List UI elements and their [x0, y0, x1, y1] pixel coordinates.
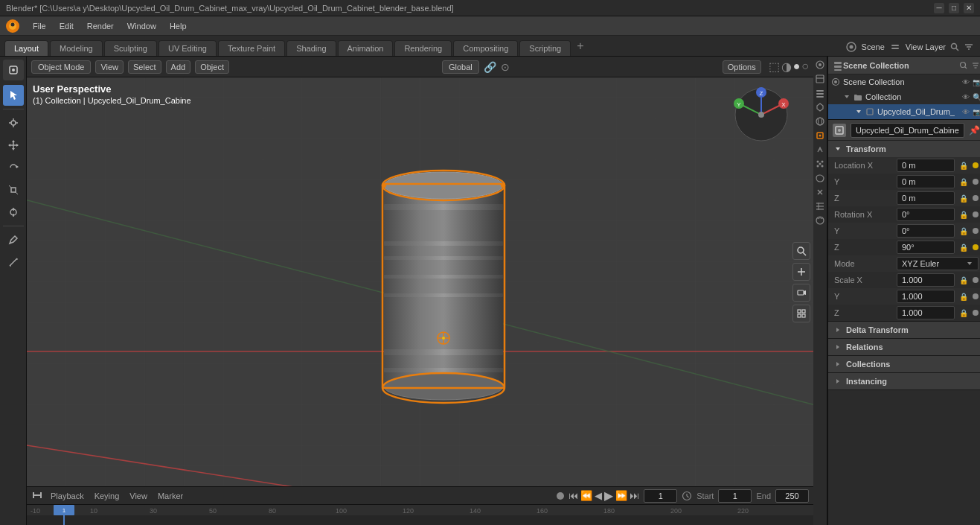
- snap-icon[interactable]: 🔗: [484, 61, 496, 73]
- location-z-lock[interactable]: 🔒: [959, 194, 968, 203]
- modifier-props-icon[interactable]: [813, 143, 827, 156]
- start-frame-input[interactable]: 1: [718, 489, 752, 503]
- select-tool-button[interactable]: [3, 85, 24, 106]
- playback-menu-button[interactable]: Playback: [48, 491, 87, 501]
- timeline-type-icon[interactable]: [31, 490, 43, 502]
- record-button[interactable]: [557, 492, 564, 500]
- pan-view-button[interactable]: [792, 263, 810, 281]
- zoom-to-fit-button[interactable]: [792, 242, 810, 260]
- step-forward-button[interactable]: ⏩: [615, 490, 627, 501]
- material-props-icon[interactable]: [813, 214, 827, 227]
- object-name-input[interactable]: Upcycled_Oil_Drum_Cabine: [851, 123, 964, 138]
- scale-x-dot[interactable]: [973, 277, 979, 283]
- tab-compositing[interactable]: Compositing: [453, 40, 518, 56]
- location-x-dot[interactable]: [973, 162, 979, 168]
- window-controls[interactable]: ─ □ ✕: [934, 3, 974, 13]
- location-y-lock[interactable]: 🔒: [959, 178, 968, 186]
- play-button[interactable]: ▶: [604, 489, 613, 503]
- outliner-search-icon[interactable]: [959, 61, 968, 70]
- coll-eye-icon[interactable]: 👁: [962, 93, 970, 101]
- scale-z-dot[interactable]: [973, 310, 979, 316]
- rotation-y-value[interactable]: 0°: [897, 224, 955, 238]
- constraints-props-icon[interactable]: [813, 185, 827, 199]
- location-z-dot[interactable]: [973, 195, 979, 201]
- object-mode-button[interactable]: Object Mode: [31, 60, 91, 74]
- object-expand-icon[interactable]: [855, 108, 862, 115]
- tab-sculpting[interactable]: Sculpting: [104, 40, 157, 56]
- data-props-icon[interactable]: [813, 200, 827, 213]
- keying-menu-button[interactable]: Keying: [92, 491, 123, 501]
- view-menu-button-tl[interactable]: View: [126, 491, 150, 501]
- view-menu-button[interactable]: View: [95, 60, 124, 74]
- scale-z-value[interactable]: 1.000: [897, 306, 955, 319]
- rendered-shading-button[interactable]: ○: [801, 60, 809, 74]
- menu-edit[interactable]: Edit: [54, 20, 80, 32]
- delta-transform-header[interactable]: Delta Transform: [828, 322, 980, 338]
- location-x-lock[interactable]: 🔒: [959, 162, 968, 170]
- transform-section-header[interactable]: Transform: [828, 141, 980, 157]
- add-menu-button[interactable]: Add: [166, 60, 191, 74]
- scale-y-value[interactable]: 1.000: [897, 290, 955, 303]
- tab-texture-paint[interactable]: Texture Paint: [218, 40, 285, 56]
- add-workspace-button[interactable]: +: [572, 39, 588, 56]
- collections-header[interactable]: Collections: [828, 356, 980, 372]
- object-menu-button[interactable]: Object: [195, 60, 229, 74]
- instancing-header[interactable]: Instancing: [828, 373, 980, 389]
- rotation-x-lock[interactable]: 🔒: [959, 211, 968, 219]
- tab-layout[interactable]: Layout: [4, 40, 48, 56]
- proportional-icon[interactable]: ⊙: [501, 61, 510, 73]
- mode-icon[interactable]: [3, 60, 24, 80]
- location-z-value[interactable]: 0 m: [897, 191, 955, 205]
- rotation-z-value[interactable]: 90°: [897, 241, 955, 254]
- cursor-tool-button[interactable]: [3, 112, 24, 133]
- tab-animation[interactable]: Animation: [338, 40, 394, 56]
- menu-window[interactable]: Window: [121, 20, 162, 32]
- material-shading-button[interactable]: ●: [793, 60, 801, 74]
- rotation-y-lock[interactable]: 🔒: [959, 227, 968, 235]
- mode-value[interactable]: XYZ Euler: [897, 257, 979, 270]
- tab-rendering[interactable]: Rendering: [394, 40, 452, 56]
- outliner-collection[interactable]: Collection 👁 🔍: [828, 89, 980, 104]
- step-back-button[interactable]: ⏪: [580, 490, 592, 501]
- pin-icon[interactable]: 📌: [969, 125, 980, 136]
- tab-uv-editing[interactable]: UV Editing: [158, 40, 217, 56]
- coll-camera-icon[interactable]: 🔍: [973, 93, 980, 101]
- viewport-navigator[interactable]: Z X Y: [731, 85, 791, 144]
- measure-tool-button[interactable]: [3, 252, 24, 273]
- output-props-icon[interactable]: [813, 72, 827, 86]
- world-props-icon[interactable]: [813, 115, 827, 128]
- scale-y-lock[interactable]: 🔒: [959, 293, 968, 301]
- particles-props-icon[interactable]: [813, 157, 827, 171]
- end-frame-input[interactable]: 250: [775, 489, 809, 503]
- scene-props-icon[interactable]: [813, 101, 827, 114]
- header-search-icon[interactable]: [950, 42, 959, 51]
- filter-icon[interactable]: [964, 42, 974, 52]
- play-reverse-button[interactable]: ◀: [595, 490, 602, 501]
- render-props-icon[interactable]: [813, 58, 827, 71]
- obj-camera-icon[interactable]: 📷: [973, 108, 980, 116]
- collection-camera-icon[interactable]: 📷: [973, 78, 980, 86]
- options-button[interactable]: Options: [723, 60, 761, 74]
- rotation-z-dot[interactable]: [973, 244, 979, 250]
- obj-eye-icon[interactable]: 👁: [962, 108, 970, 116]
- scale-x-lock[interactable]: 🔒: [959, 276, 968, 284]
- location-y-dot[interactable]: [973, 179, 979, 185]
- outliner-object[interactable]: Upcycled_Oil_Drum_ 👁 📷: [828, 104, 980, 119]
- scale-tool-button[interactable]: [3, 179, 24, 200]
- outliner-scene-collection[interactable]: Scene Collection 👁 📷: [828, 74, 980, 89]
- close-button[interactable]: ✕: [964, 3, 974, 13]
- view-layer-props-icon[interactable]: [813, 86, 827, 100]
- rotation-y-dot[interactable]: [973, 228, 979, 234]
- toggle-quad-button[interactable]: [792, 305, 810, 322]
- jump-start-button[interactable]: ⏮: [569, 490, 578, 501]
- menu-help[interactable]: Help: [164, 20, 193, 32]
- rotate-tool-button[interactable]: [3, 157, 24, 178]
- location-y-value[interactable]: 0 m: [897, 175, 955, 188]
- move-tool-button[interactable]: [3, 135, 24, 156]
- transform-tool-button[interactable]: [3, 202, 24, 223]
- location-x-value[interactable]: 0 m: [897, 159, 955, 172]
- collection-eye-icon[interactable]: 👁: [962, 78, 970, 86]
- tab-modeling[interactable]: Modeling: [50, 40, 103, 56]
- rotation-x-value[interactable]: 0°: [897, 208, 955, 221]
- annotate-tool-button[interactable]: [3, 229, 24, 250]
